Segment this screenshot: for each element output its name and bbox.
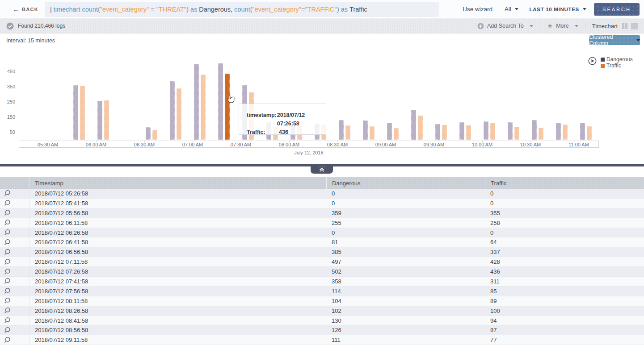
bar-dangerous[interactable] [508, 122, 513, 140]
table-header-timestamp: Timestamp [29, 180, 326, 187]
more-dropdown[interactable]: ★ More [547, 22, 578, 30]
bar-traffic-highlighted[interactable] [225, 74, 230, 140]
bar-dangerous[interactable] [459, 122, 464, 140]
grip-dots-icon [319, 166, 325, 167]
row-search-icon[interactable] [0, 247, 29, 257]
bar-traffic[interactable] [539, 128, 543, 140]
add-search-to-dropdown[interactable]: Add Search To [477, 23, 533, 29]
cell-dangerous: 0 [326, 199, 485, 208]
row-search-icon[interactable] [0, 228, 29, 237]
bar-traffic[interactable] [104, 100, 109, 140]
bar-traffic[interactable] [370, 126, 375, 140]
bar-dangerous[interactable] [97, 101, 102, 140]
cell-timestamp: 2018/07/12 06:41:58 [29, 239, 326, 245]
bar-traffic[interactable] [152, 130, 157, 140]
bar-traffic[interactable] [394, 128, 399, 140]
cell-dangerous: 358 [326, 277, 485, 286]
cell-dangerous: 130 [326, 316, 485, 325]
row-search-icon[interactable] [0, 335, 29, 345]
chart-tooltip: timestamp: 2018/07/12 07:26:58 Traffic: … [239, 104, 326, 135]
cell-traffic: 94 [485, 316, 644, 325]
status-toolbar: Found 210,466 logs Add Search To ★ More … [0, 19, 644, 33]
bar-dangerous[interactable] [556, 123, 561, 140]
row-search-icon[interactable] [0, 325, 29, 335]
panel-divider [0, 164, 644, 166]
bar-traffic[interactable] [345, 125, 350, 140]
table-row: 2018/07/12 07:41:58358311 [0, 277, 644, 287]
cell-traffic: 0 [485, 228, 644, 237]
bar-traffic[interactable] [442, 125, 447, 140]
search-button[interactable]: SEARCH [594, 3, 640, 16]
bar-traffic[interactable] [514, 127, 519, 140]
use-wizard-link[interactable]: Use wizard [463, 6, 492, 12]
legend-item-dangerous[interactable]: Dangerous [601, 57, 633, 62]
bar-dangerous[interactable] [532, 120, 537, 140]
bar-dangerous[interactable] [580, 123, 585, 140]
bar-traffic[interactable] [177, 88, 181, 140]
chevron-down-icon [530, 25, 533, 27]
bar-traffic[interactable] [587, 126, 592, 140]
bar-dangerous[interactable] [170, 81, 175, 140]
query-segment-str: "THREAT" [156, 6, 186, 13]
table-row: 2018/07/12 08:11:5810489 [0, 296, 644, 306]
bar-dangerous[interactable] [363, 121, 368, 140]
chart-type-dropdown[interactable]: Clustered Column [589, 35, 640, 45]
bar-traffic[interactable] [201, 75, 206, 140]
cell-traffic: 428 [485, 257, 644, 266]
bar-traffic[interactable] [418, 116, 423, 140]
star-icon: ★ [547, 22, 553, 30]
bar-dangerous[interactable] [146, 127, 151, 140]
row-search-icon[interactable] [0, 267, 29, 276]
column-chart-view-icon[interactable] [622, 23, 627, 29]
bar-dangerous[interactable] [194, 64, 199, 140]
scope-dropdown[interactable]: All [505, 6, 518, 12]
y-tick-label: 450 [0, 69, 15, 74]
row-search-icon[interactable] [0, 199, 29, 208]
cell-dangerous: 0 [326, 189, 485, 198]
bar-traffic[interactable] [466, 125, 471, 140]
row-search-icon[interactable] [0, 218, 29, 228]
magnifier-icon [4, 239, 11, 246]
query-segment-kw: count( [234, 6, 252, 13]
row-search-icon[interactable] [0, 306, 29, 316]
time-range-value: LAST 10 MINUTES [530, 7, 579, 12]
x-tick-label: 11:00 AM [568, 142, 589, 147]
row-search-icon[interactable] [0, 277, 29, 286]
app-window: ← BACK | timechart count("event_category… [0, 0, 644, 345]
play-icon[interactable] [588, 57, 597, 65]
query-input[interactable]: | timechart count("event_category" = "TH… [45, 2, 439, 17]
bar-dangerous[interactable] [411, 110, 416, 140]
y-tick-label: 50 [0, 129, 15, 135]
row-search-icon[interactable] [0, 287, 29, 296]
bar-traffic[interactable] [563, 125, 568, 140]
collapse-chart-button[interactable] [311, 164, 333, 174]
chevron-down-icon [636, 39, 640, 42]
bar-dangerous[interactable] [484, 121, 488, 140]
cell-traffic: 85 [485, 287, 644, 296]
row-search-icon[interactable] [0, 237, 29, 247]
query-segment-plain: Traffic [349, 6, 367, 13]
query-segment-pipe: | [50, 6, 54, 13]
row-search-icon[interactable] [0, 257, 29, 266]
time-range-dropdown[interactable]: LAST 10 MINUTES [530, 7, 586, 12]
bar-dangerous[interactable] [435, 124, 440, 140]
bar-traffic[interactable] [80, 86, 85, 140]
toolbar-actions: Add Search To ★ More Timechart [477, 22, 638, 30]
cell-dangerous: 81 [326, 237, 485, 247]
cell-dangerous: 502 [326, 267, 485, 276]
back-button[interactable]: ← BACK [13, 5, 38, 13]
bar-traffic[interactable] [490, 123, 495, 140]
bar-dangerous[interactable] [218, 63, 223, 140]
bar-dangerous[interactable] [387, 123, 392, 140]
tooltip-timestamp-label: timestamp: [247, 111, 277, 128]
bar-dangerous[interactable] [73, 85, 78, 140]
legend-item-traffic[interactable]: Traffic [601, 63, 633, 69]
row-search-icon[interactable] [0, 208, 29, 218]
grid-view-icon[interactable] [631, 23, 638, 29]
magnifier-icon [4, 278, 11, 285]
bar-dangerous[interactable] [339, 120, 344, 140]
query-segment-str: "TRAFFIC" [305, 6, 337, 13]
row-search-icon[interactable] [0, 189, 29, 198]
row-search-icon[interactable] [0, 316, 29, 325]
row-search-icon[interactable] [0, 296, 29, 306]
